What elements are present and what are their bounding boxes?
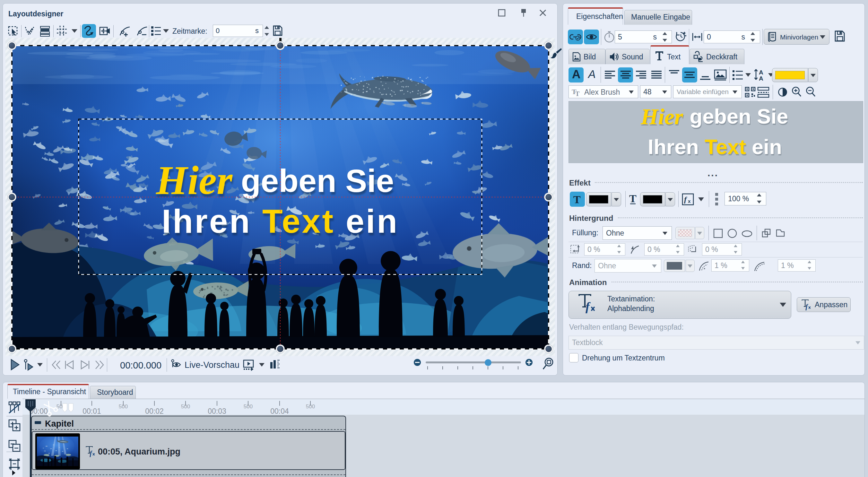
svg-text:f: f xyxy=(684,195,687,203)
svg-text:f: f xyxy=(586,300,591,313)
svg-text:f: f xyxy=(90,449,92,457)
svg-text:A: A xyxy=(759,75,763,82)
svg-text:T: T xyxy=(573,194,581,205)
svg-text:Hier: Hier xyxy=(641,104,683,129)
svg-text:Ihren Text ein: Ihren Text ein xyxy=(648,135,782,159)
svg-text:geben Sie: geben Sie xyxy=(689,105,788,128)
svg-text:A: A xyxy=(759,69,763,76)
svg-text:T: T xyxy=(629,193,637,204)
svg-text:T: T xyxy=(575,90,580,97)
svg-text:x: x xyxy=(688,198,691,204)
svg-text:f: f xyxy=(805,303,808,310)
